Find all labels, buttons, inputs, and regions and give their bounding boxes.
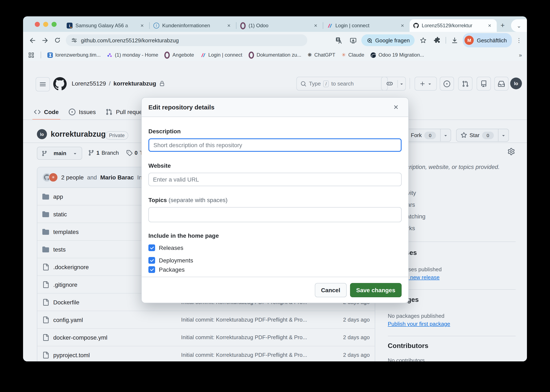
close-tab-icon[interactable] [399, 22, 406, 29]
google-lens-button[interactable]: Google fragen [361, 34, 415, 46]
macos-traffic-lights [35, 22, 57, 27]
bookmark-chatgpt[interactable]: ❋ ChatGPT [307, 52, 335, 58]
branch-selector[interactable]: main [37, 147, 82, 160]
bookmark-odoo-migration[interactable]: Odoo 19 Migration... [371, 52, 424, 58]
avatar-orange: ✳ [49, 173, 58, 182]
forward-button[interactable] [39, 34, 51, 46]
tab-odoo[interactable]: (1) Odoo [237, 19, 323, 32]
dialog-header: Edit repository details [142, 98, 408, 117]
address-bar[interactable]: github.com/Lorenz55129/korrekturabzug [66, 34, 307, 46]
contributor-avatars: ✳ [42, 173, 58, 182]
hamburger-menu-button[interactable] [36, 77, 50, 91]
description-input[interactable] [148, 138, 402, 152]
file-icon [42, 334, 49, 341]
publish-package-link[interactable]: Publish your first package [388, 321, 516, 327]
checkbox-checked-icon[interactable] [148, 257, 155, 264]
bookmark-login-connect[interactable]: Login | connect [200, 52, 242, 58]
star-count: 0 [482, 132, 494, 139]
star-icon [461, 132, 467, 138]
tab-login-connect[interactable]: Login | connect [323, 19, 410, 32]
cancel-button[interactable]: Cancel [315, 283, 347, 297]
gear-icon[interactable] [508, 148, 515, 155]
save-changes-button[interactable]: Save changes [350, 283, 402, 297]
repositories-header-button[interactable] [477, 77, 491, 91]
tab-samsung[interactable]: i Samsung Galaxy A56 a [63, 19, 149, 32]
bookmark-monday[interactable]: (1) monday - Home [107, 52, 158, 58]
odoo-ring-icon [165, 51, 170, 58]
branch-caret-icon [73, 151, 77, 156]
new-tab-button[interactable]: + [497, 19, 508, 32]
tab-search-button[interactable]: ⌄ [511, 19, 527, 32]
close-tab-icon[interactable] [312, 22, 319, 29]
copilot-button[interactable] [381, 77, 406, 91]
contributors-heading[interactable]: Contributors [388, 342, 516, 350]
extensions-icon[interactable] [432, 34, 443, 46]
user-avatar[interactable]: lo [510, 77, 522, 89]
bookmark-lorenzwerbung[interactable]: lorenzwerbung.tim... [47, 52, 101, 58]
i-dot-favicon: i [67, 23, 73, 28]
breadcrumb-owner[interactable]: Lorenz55129 [72, 80, 106, 87]
zoom-window-button[interactable] [52, 22, 57, 27]
fork-caret-icon[interactable] [440, 129, 451, 141]
tab-label: Kundeninformationen [162, 23, 223, 28]
create-new-button[interactable] [415, 77, 437, 91]
reload-button[interactable] [52, 34, 63, 46]
pull-requests-header-button[interactable] [458, 77, 473, 91]
back-button[interactable] [26, 34, 38, 46]
git-branch-icon [88, 150, 94, 156]
checkbox-checked-icon[interactable] [148, 245, 155, 251]
file-row[interactable]: pyproject.toml Initial commit: Korrektur… [37, 346, 375, 361]
translate-icon[interactable] [333, 34, 345, 46]
fork-count: 0 [424, 132, 436, 139]
bookmark-claude[interactable]: ✳ Claude [342, 52, 364, 58]
commit-author[interactable]: Mario Barac [100, 174, 134, 181]
odoo-ring-favicon [240, 22, 246, 29]
folder-icon [42, 228, 49, 235]
file-row[interactable]: config.yaml Initial commit: Korrekturabz… [37, 311, 375, 329]
profile-button[interactable]: M Geschäftlich [463, 33, 512, 47]
breadcrumb-repo[interactable]: korrekturabzug [113, 80, 156, 87]
search-input[interactable]: Type / to search [296, 77, 388, 91]
bookmarks-overflow-icon[interactable]: » [519, 52, 522, 58]
issues-header-button[interactable] [440, 77, 454, 91]
google-lens-icon [366, 37, 373, 43]
search-icon [300, 81, 306, 87]
github-logo-icon[interactable] [53, 77, 67, 91]
checkbox-checked-icon[interactable] [148, 266, 155, 273]
bookmark-dokumentation[interactable]: Dokumentation zu... [249, 52, 301, 58]
bookmark-star-icon[interactable] [417, 34, 429, 46]
inbox-button[interactable] [494, 77, 508, 91]
close-dialog-button[interactable] [390, 101, 402, 113]
tab-issues[interactable]: Issues [64, 105, 101, 119]
breadcrumb: Lorenz55129 / korrekturabzug [72, 80, 165, 87]
star-caret-icon[interactable] [498, 129, 508, 141]
tab-kundeninformationen[interactable]: l Kundeninformationen [150, 19, 236, 32]
issue-opened-icon [69, 109, 76, 115]
close-window-button[interactable] [35, 22, 40, 27]
commit-people[interactable]: 2 people [61, 174, 84, 181]
tab-label: Login | connect [335, 23, 396, 28]
bookmark-angebote[interactable]: Angebote [165, 52, 194, 58]
odoo-ring-icon [249, 51, 254, 58]
minimize-window-button[interactable] [43, 22, 48, 27]
search-placeholder-rest: to search [331, 80, 354, 87]
tab-github-active[interactable]: Lorenz55129/korrektur [410, 19, 497, 32]
star-button[interactable]: Star 0 [456, 129, 509, 142]
site-settings-icon[interactable] [71, 37, 77, 44]
monday-dots-icon [107, 52, 112, 58]
repo-title[interactable]: korrekturabzug [51, 130, 106, 139]
branches-stat[interactable]: 1 Branch [88, 150, 119, 156]
close-tab-icon[interactable] [139, 22, 146, 29]
apps-grid-icon[interactable] [28, 52, 34, 58]
close-tab-icon[interactable] [486, 22, 493, 29]
downloads-icon[interactable] [449, 34, 460, 46]
copilot-caret-icon[interactable] [398, 81, 405, 86]
tab-code[interactable]: Code [29, 105, 64, 119]
close-tab-icon[interactable] [226, 22, 232, 29]
browser-menu-icon[interactable]: ⋮ [514, 37, 524, 44]
topics-input[interactable] [148, 207, 402, 222]
send-to-device-icon[interactable] [347, 34, 359, 46]
website-input[interactable] [148, 173, 402, 186]
file-row[interactable]: docker-compose.yml Initial commit: Korre… [37, 329, 375, 346]
tab-row: i Samsung Galaxy A56 a l Kundeninformati… [63, 19, 508, 32]
